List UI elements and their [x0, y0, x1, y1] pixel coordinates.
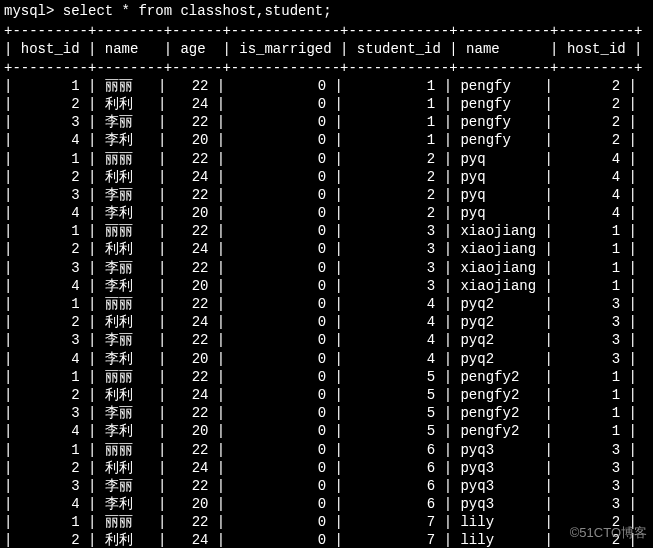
table-row: | 2 | 利利 | 24 | 0 | 2 | pyq | 4 | — [0, 168, 653, 186]
table-row: | 3 | 李丽 | 22 | 0 | 3 | xiaojiang | 1 | — [0, 259, 653, 277]
table-row: | 4 | 李利 | 20 | 0 | 1 | pengfy | 2 | — [0, 131, 653, 149]
table-row: | 1 | 丽丽 | 22 | 0 | 6 | pyq3 | 3 | — [0, 441, 653, 459]
table-row: | 1 | 丽丽 | 22 | 0 | 3 | xiaojiang | 1 | — [0, 222, 653, 240]
table-row: | 3 | 李丽 | 22 | 0 | 2 | pyq | 4 | — [0, 186, 653, 204]
table-row: | 4 | 李利 | 20 | 0 | 5 | pengfy2 | 1 | — [0, 422, 653, 440]
table-row: | 2 | 利利 | 24 | 0 | 3 | xiaojiang | 1 | — [0, 240, 653, 258]
table-border-top: +---------+--------+------+-------------… — [0, 22, 653, 40]
table-row: | 3 | 李丽 | 22 | 0 | 4 | pyq2 | 3 | — [0, 331, 653, 349]
table-row: | 2 | 利利 | 24 | 0 | 7 | lily | 2 | — [0, 531, 653, 548]
sql-prompt: mysql> select * from classhost,student; — [0, 2, 653, 22]
table-row: | 1 | 丽丽 | 22 | 0 | 5 | pengfy2 | 1 | — [0, 368, 653, 386]
table-row: | 4 | 李利 | 20 | 0 | 2 | pyq | 4 | — [0, 204, 653, 222]
table-header-row: | host_id | name | age | is_marriged | s… — [0, 40, 653, 58]
table-row: | 2 | 利利 | 24 | 0 | 6 | pyq3 | 3 | — [0, 459, 653, 477]
table-row: | 1 | 丽丽 | 22 | 0 | 7 | lily | 2 | — [0, 513, 653, 531]
table-border-mid: +---------+--------+------+-------------… — [0, 59, 653, 77]
table-row: | 2 | 利利 | 24 | 0 | 4 | pyq2 | 3 | — [0, 313, 653, 331]
table-row: | 2 | 利利 | 24 | 0 | 5 | pengfy2 | 1 | — [0, 386, 653, 404]
table-body: | 1 | 丽丽 | 22 | 0 | 1 | pengfy | 2 || 2 … — [0, 77, 653, 548]
table-row: | 3 | 李丽 | 22 | 0 | 1 | pengfy | 2 | — [0, 113, 653, 131]
table-row: | 4 | 李利 | 20 | 0 | 6 | pyq3 | 3 | — [0, 495, 653, 513]
table-row: | 1 | 丽丽 | 22 | 0 | 1 | pengfy | 2 | — [0, 77, 653, 95]
table-row: | 2 | 利利 | 24 | 0 | 1 | pengfy | 2 | — [0, 95, 653, 113]
table-row: | 3 | 李丽 | 22 | 0 | 5 | pengfy2 | 1 | — [0, 404, 653, 422]
watermark: ©51CTO博客 — [570, 525, 647, 542]
table-row: | 3 | 李丽 | 22 | 0 | 6 | pyq3 | 3 | — [0, 477, 653, 495]
table-row: | 1 | 丽丽 | 22 | 0 | 4 | pyq2 | 3 | — [0, 295, 653, 313]
table-row: | 4 | 李利 | 20 | 0 | 4 | pyq2 | 3 | — [0, 350, 653, 368]
table-row: | 4 | 李利 | 20 | 0 | 3 | xiaojiang | 1 | — [0, 277, 653, 295]
table-row: | 1 | 丽丽 | 22 | 0 | 2 | pyq | 4 | — [0, 150, 653, 168]
